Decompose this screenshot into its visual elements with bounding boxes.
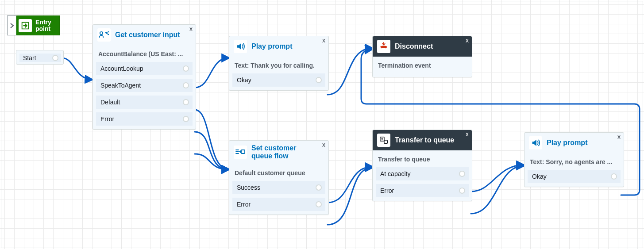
close-icon[interactable]: x <box>466 130 469 138</box>
close-icon[interactable]: x <box>466 37 469 44</box>
output-error[interactable]: Error <box>232 198 325 211</box>
output-label: Error <box>100 115 114 123</box>
block-title: Transfer to queue <box>395 136 454 144</box>
output-label: Error <box>237 201 251 208</box>
output-port[interactable] <box>316 201 322 207</box>
block-disconnect[interactable]: Disconnect x Termination event <box>372 36 472 77</box>
entry-point-block[interactable]: Entry point <box>7 15 60 35</box>
entry-collapse-toggle[interactable] <box>7 15 16 35</box>
output-label: Error <box>380 187 394 194</box>
entry-title-line2: point <box>35 26 51 32</box>
output-port[interactable] <box>52 55 58 61</box>
output-port[interactable] <box>183 116 189 122</box>
svg-point-0 <box>100 32 103 34</box>
block-header[interactable]: Play prompt x <box>524 133 624 153</box>
close-icon[interactable]: x <box>189 25 193 32</box>
start-label: Start <box>23 54 36 61</box>
output-port[interactable] <box>459 171 465 177</box>
start-output[interactable]: Start <box>19 54 61 62</box>
block-get-customer-input[interactable]: Get customer input x AccountBalance (US … <box>93 24 196 130</box>
svg-rect-4 <box>241 150 245 153</box>
block-transfer-to-queue[interactable]: Transfer to queue x Transfer to queue At… <box>372 130 472 201</box>
block-title: Set customer queue flow <box>251 144 316 161</box>
output-port[interactable] <box>316 77 322 83</box>
output-okay[interactable]: Okay <box>232 73 325 87</box>
output-error[interactable]: Error <box>376 184 469 197</box>
output-port[interactable] <box>316 184 322 191</box>
block-header[interactable]: Get customer input x <box>93 25 196 45</box>
output-label: Default <box>100 99 120 106</box>
entry-arrow-icon <box>19 19 32 32</box>
output-label: AccountLookup <box>100 65 143 72</box>
output-label: At capacity <box>380 170 410 177</box>
block-title: Disconnect <box>395 42 433 50</box>
block-subtitle: Text: Sorry, no agents are ... <box>524 153 624 170</box>
entry-body: Entry point <box>16 15 60 35</box>
block-subtitle: Default customer queue <box>229 164 328 181</box>
svg-rect-6 <box>384 140 387 143</box>
queue-flow-icon <box>234 146 247 159</box>
close-icon[interactable]: x <box>322 141 325 148</box>
output-port[interactable] <box>611 173 617 180</box>
output-label: SpeakToAgent <box>100 82 141 89</box>
output-port[interactable] <box>183 82 189 88</box>
entry-title-line1: Entry <box>35 19 51 26</box>
block-header[interactable]: Transfer to queue x <box>373 130 472 150</box>
output-port[interactable] <box>183 65 189 72</box>
transfer-icon <box>377 134 390 147</box>
hangup-icon <box>377 40 390 53</box>
output-label: Success <box>237 184 260 191</box>
output-port[interactable] <box>183 99 189 105</box>
output-success[interactable]: Success <box>232 181 325 194</box>
output-label: Okay <box>237 77 251 84</box>
output-error[interactable]: Error <box>96 112 193 126</box>
chevron-right-icon <box>10 23 14 28</box>
speaker-icon <box>234 40 247 53</box>
block-subtitle: Transfer to queue <box>373 150 472 167</box>
block-subtitle: Text: Thank you for calling. <box>229 57 328 73</box>
block-subtitle: Termination event <box>373 57 472 77</box>
block-title: Get customer input <box>115 31 180 39</box>
customer-input-icon <box>97 28 111 42</box>
close-icon[interactable]: x <box>617 133 621 140</box>
block-header[interactable]: Set customer queue flow x <box>229 141 328 164</box>
block-header[interactable]: Disconnect x <box>373 36 472 57</box>
output-okay[interactable]: Okay <box>528 170 621 183</box>
block-play-prompt-sorry[interactable]: Play prompt x Text: Sorry, no agents are… <box>524 132 624 187</box>
canvas-frame[interactable]: Entry point Start Get customer input x A… <box>1 1 643 248</box>
output-accountlookup[interactable]: AccountLookup <box>96 62 193 75</box>
block-header[interactable]: Play prompt x <box>229 36 328 57</box>
block-set-customer-queue-flow[interactable]: Set customer queue flow x Default custom… <box>229 140 329 215</box>
output-default[interactable]: Default <box>96 96 193 109</box>
output-speaktoagent[interactable]: SpeakToAgent <box>96 79 193 92</box>
output-port[interactable] <box>459 188 465 194</box>
output-at-capacity[interactable]: At capacity <box>376 167 469 180</box>
block-play-prompt-thank-you[interactable]: Play prompt x Text: Thank you for callin… <box>229 36 329 91</box>
block-title: Play prompt <box>547 139 587 147</box>
close-icon[interactable]: x <box>322 37 325 44</box>
start-container[interactable]: Start <box>16 50 64 65</box>
speaker-icon <box>529 136 542 149</box>
block-subtitle: AccountBalance (US East: ... <box>93 45 196 62</box>
block-title: Play prompt <box>251 42 292 50</box>
output-label: Okay <box>532 173 547 180</box>
